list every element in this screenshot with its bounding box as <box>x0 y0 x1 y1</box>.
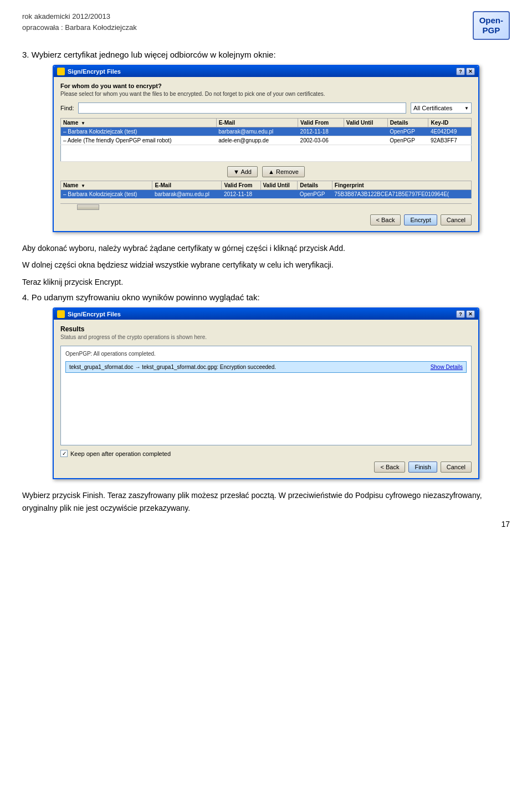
find-input[interactable] <box>78 102 406 114</box>
sign-encrypt-dialog-2: Sign/Encrypt Files ? ✕ Results Status an… <box>53 307 479 479</box>
upper-row2-valid-until <box>344 136 387 145</box>
dialog2-titlebar: Sign/Encrypt Files ? ✕ <box>54 309 478 320</box>
dialog1-title-group: Sign/Encrypt Files <box>57 68 121 75</box>
cancel-button-1[interactable]: Cancel <box>441 214 472 225</box>
back-button-2[interactable]: < Back <box>374 461 405 473</box>
header-text: rok akademicki 2012/20013 opracowała : B… <box>22 11 137 33</box>
remove-button[interactable]: ▲ Remove <box>262 166 305 177</box>
results-subtitle: Status and progress of the crypto operat… <box>60 334 472 340</box>
upper-row1-valid-from: 2012-11-18 <box>298 127 344 136</box>
dialog2-bottom-buttons: < Back Finish Cancel <box>60 461 472 473</box>
encryption-result-row: tekst_grupa1_sformat.doc → tekst_grupa1_… <box>65 361 467 373</box>
dropdown-arrow-icon: ▼ <box>464 106 469 111</box>
logo-line1: Open- <box>479 16 503 25</box>
text4: Wybierz przycisk Finish. Teraz zaszyfrow… <box>22 489 510 514</box>
all-certificates-dropdown[interactable]: All Certificates ▼ <box>411 102 472 114</box>
encryption-result-text: tekst_grupa1_sformat.doc → tekst_grupa1_… <box>69 364 276 370</box>
table-row[interactable]: – Barbara Kołodziejczak (test) barbarak@… <box>61 127 472 136</box>
header-line2: opracowała : Barbara Kołodziejczak <box>22 22 137 33</box>
dialog1-title: Sign/Encrypt Files <box>68 68 121 75</box>
dialog2-help-btn[interactable]: ? <box>456 310 465 318</box>
upper-row1-keyid: 4E042D49 <box>428 127 472 136</box>
lower-row1-valid-until <box>260 190 298 199</box>
upper-col-email: E-Mail <box>216 119 298 127</box>
lower-cert-table: Name ▼ E-Mail Valid From Valid Until Det… <box>60 181 472 199</box>
find-row: Find: All Certificates ▼ <box>60 102 472 114</box>
cancel-button-2[interactable]: Cancel <box>441 461 472 473</box>
lower-row1-name: – Barbara Kołodziejczak (test) <box>61 190 152 199</box>
results-body: Results Status and progress of the crypt… <box>54 320 478 478</box>
upper-row2-email: adele-en@gnupp.de <box>216 136 298 145</box>
logo-line2: PGP <box>482 25 500 35</box>
table-row[interactable]: – Adele (The friendly OpenPGP email robo… <box>61 136 472 145</box>
keep-open-label: Keep open after operation completed <box>70 450 171 457</box>
dialog2-title: Sign/Encrypt Files <box>68 311 121 317</box>
upper-col-valid-from: Valid From <box>298 119 344 127</box>
dialog1-titlebar: Sign/Encrypt Files ? ✕ <box>54 66 478 77</box>
upper-row2-valid-from: 2002-03-06 <box>298 136 344 145</box>
lower-col-valid-until: Valid Until <box>260 181 298 190</box>
openpgp-logo: Open- PGP <box>473 11 510 40</box>
table-row[interactable]: – Barbara Kołodziejczak (test) barbarak@… <box>61 190 472 199</box>
dialog2-icon <box>57 310 65 318</box>
results-title: Results <box>60 325 472 333</box>
upper-row1-valid-until <box>344 127 387 136</box>
page-header: rok akademicki 2012/20013 opracowała : B… <box>22 11 510 40</box>
encrypt-button[interactable]: Encrypt <box>404 214 437 225</box>
text1: Aby dokonać wyboru, należy wybrać żądane… <box>22 242 510 254</box>
dialog1-controls: ? ✕ <box>456 68 475 75</box>
lower-col-fingerprint: Fingerprint <box>332 181 471 190</box>
page-number: 17 <box>22 520 510 529</box>
back-button-1[interactable]: < Back <box>370 214 401 225</box>
lower-col-valid-from: Valid From <box>222 181 260 190</box>
lower-col-name: Name ▼ <box>61 181 152 190</box>
dialog1-body: For whom do you want to encrypt? Please … <box>54 77 478 231</box>
results-content-area: OpenPGP: All operations completed. tekst… <box>60 346 472 445</box>
lower-row1-valid-from: 2012-11-18 <box>222 190 260 199</box>
header-line1: rok akademicki 2012/20013 <box>22 11 137 22</box>
upper-col-name: Name ▼ <box>61 119 217 127</box>
upper-col-valid-until: Valid Until <box>344 119 387 127</box>
upper-row1-email: barbarak@amu.edu.pl <box>216 127 298 136</box>
dialog2-title-group: Sign/Encrypt Files <box>57 310 121 318</box>
dialog2-close-btn[interactable]: ✕ <box>466 310 475 318</box>
find-label: Find: <box>60 105 74 111</box>
keep-open-checkbox[interactable]: ✓ <box>60 450 68 457</box>
dialog2-controls: ? ✕ <box>456 310 475 318</box>
text3: Teraz kliknij przycisk Encrypt. <box>22 276 510 288</box>
add-button[interactable]: ▼ Add <box>227 166 258 177</box>
lower-row1-fingerprint: 75B3B87A3B122BCEA71B5E797FE010964E( <box>332 190 471 199</box>
lower-col-details: Details <box>298 181 332 190</box>
finish-button[interactable]: Finish <box>408 461 437 473</box>
step3-heading: 3. Wybierz certyfikat jednego lub więcej… <box>22 50 510 59</box>
dialog1-question: For whom do you want to encrypt? <box>60 83 472 89</box>
upper-col-details: Details <box>387 119 428 127</box>
upper-cert-table: Name ▼ E-Mail Valid From Valid Until Det… <box>60 118 472 162</box>
upper-col-keyid: Key-ID <box>428 119 472 127</box>
dialog1-icon <box>57 68 65 75</box>
results-info: OpenPGP: All operations completed. <box>65 351 467 357</box>
dialog1-help-btn[interactable]: ? <box>456 68 465 75</box>
upper-row2-details: OpenPGP <box>387 136 428 145</box>
scrollbar-thumb[interactable] <box>77 204 99 210</box>
table-row-empty <box>61 145 472 162</box>
dropdown-label: All Certificates <box>413 105 452 111</box>
dialog1-bottom-buttons: < Back Encrypt Cancel <box>60 214 472 225</box>
show-details-link[interactable]: Show Details <box>431 364 463 370</box>
sign-encrypt-dialog-1: Sign/Encrypt Files ? ✕ For whom do you w… <box>53 65 479 232</box>
text2: W dolnej części okna będziesz widział ws… <box>22 259 510 271</box>
upper-row1-details: OpenPGP <box>387 127 428 136</box>
dialog1-close-btn[interactable]: ✕ <box>466 68 475 75</box>
horizontal-scrollbar[interactable] <box>60 203 472 210</box>
dialog1-subtitle: Please select for whom you want the file… <box>60 91 472 97</box>
lower-col-email: E-Mail <box>152 181 222 190</box>
upper-row1-name: – Barbara Kołodziejczak (test) <box>61 127 217 136</box>
lower-row1-details: OpenPGP <box>298 190 332 199</box>
upper-row2-name: – Adele (The friendly OpenPGP email robo… <box>61 136 217 145</box>
lower-row1-email: barbarak@amu.edu.pl <box>152 190 222 199</box>
keep-open-row: ✓ Keep open after operation completed <box>60 450 472 457</box>
upper-row2-keyid: 92AB3FF7 <box>428 136 472 145</box>
add-remove-row: ▼ Add ▲ Remove <box>60 166 472 177</box>
step4-heading: 4. Po udanym szyfrowaniu okno wyników po… <box>22 293 510 302</box>
